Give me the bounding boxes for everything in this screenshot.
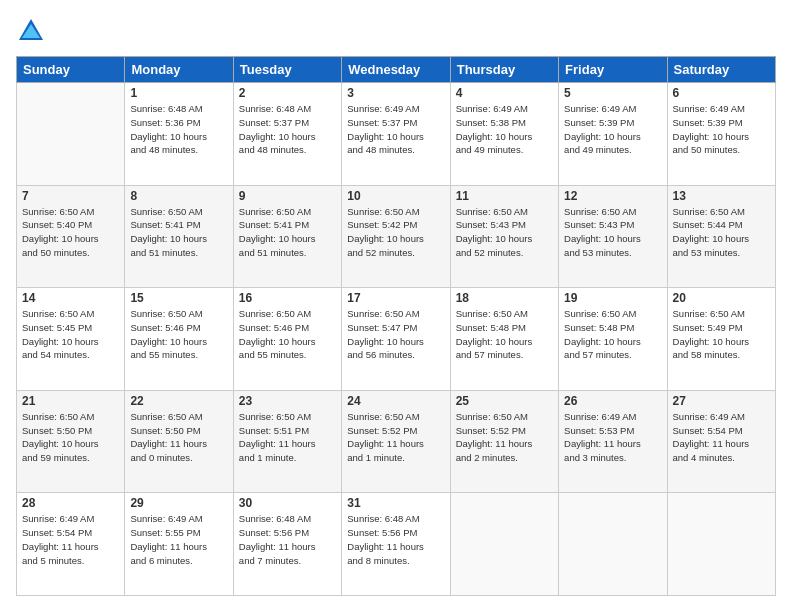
calendar-cell: 5Sunrise: 6:49 AM Sunset: 5:39 PM Daylig… [559, 83, 667, 186]
day-number: 15 [130, 291, 227, 305]
day-info: Sunrise: 6:50 AM Sunset: 5:42 PM Dayligh… [347, 205, 444, 260]
day-info: Sunrise: 6:50 AM Sunset: 5:43 PM Dayligh… [564, 205, 661, 260]
day-info: Sunrise: 6:50 AM Sunset: 5:45 PM Dayligh… [22, 307, 119, 362]
calendar-cell: 20Sunrise: 6:50 AM Sunset: 5:49 PM Dayli… [667, 288, 775, 391]
day-number: 16 [239, 291, 336, 305]
calendar-cell: 31Sunrise: 6:48 AM Sunset: 5:56 PM Dayli… [342, 493, 450, 596]
day-info: Sunrise: 6:49 AM Sunset: 5:39 PM Dayligh… [564, 102, 661, 157]
calendar-cell: 14Sunrise: 6:50 AM Sunset: 5:45 PM Dayli… [17, 288, 125, 391]
header-sunday: Sunday [17, 57, 125, 83]
header-row: SundayMondayTuesdayWednesdayThursdayFrid… [17, 57, 776, 83]
calendar-cell: 13Sunrise: 6:50 AM Sunset: 5:44 PM Dayli… [667, 185, 775, 288]
calendar-cell: 26Sunrise: 6:49 AM Sunset: 5:53 PM Dayli… [559, 390, 667, 493]
calendar-cell: 4Sunrise: 6:49 AM Sunset: 5:38 PM Daylig… [450, 83, 558, 186]
calendar-cell: 16Sunrise: 6:50 AM Sunset: 5:46 PM Dayli… [233, 288, 341, 391]
calendar-cell: 30Sunrise: 6:48 AM Sunset: 5:56 PM Dayli… [233, 493, 341, 596]
day-info: Sunrise: 6:49 AM Sunset: 5:53 PM Dayligh… [564, 410, 661, 465]
day-number: 26 [564, 394, 661, 408]
day-info: Sunrise: 6:50 AM Sunset: 5:47 PM Dayligh… [347, 307, 444, 362]
day-info: Sunrise: 6:48 AM Sunset: 5:37 PM Dayligh… [239, 102, 336, 157]
day-number: 19 [564, 291, 661, 305]
header-wednesday: Wednesday [342, 57, 450, 83]
day-number: 6 [673, 86, 770, 100]
calendar-cell [559, 493, 667, 596]
calendar-cell: 3Sunrise: 6:49 AM Sunset: 5:37 PM Daylig… [342, 83, 450, 186]
day-number: 5 [564, 86, 661, 100]
day-info: Sunrise: 6:50 AM Sunset: 5:40 PM Dayligh… [22, 205, 119, 260]
week-row-0: 1Sunrise: 6:48 AM Sunset: 5:36 PM Daylig… [17, 83, 776, 186]
header-monday: Monday [125, 57, 233, 83]
day-info: Sunrise: 6:48 AM Sunset: 5:56 PM Dayligh… [347, 512, 444, 567]
calendar-cell: 8Sunrise: 6:50 AM Sunset: 5:41 PM Daylig… [125, 185, 233, 288]
calendar-cell: 29Sunrise: 6:49 AM Sunset: 5:55 PM Dayli… [125, 493, 233, 596]
calendar-cell: 1Sunrise: 6:48 AM Sunset: 5:36 PM Daylig… [125, 83, 233, 186]
day-number: 4 [456, 86, 553, 100]
day-number: 11 [456, 189, 553, 203]
header-thursday: Thursday [450, 57, 558, 83]
calendar-cell: 28Sunrise: 6:49 AM Sunset: 5:54 PM Dayli… [17, 493, 125, 596]
calendar-cell: 18Sunrise: 6:50 AM Sunset: 5:48 PM Dayli… [450, 288, 558, 391]
day-info: Sunrise: 6:49 AM Sunset: 5:55 PM Dayligh… [130, 512, 227, 567]
day-number: 22 [130, 394, 227, 408]
calendar-cell: 19Sunrise: 6:50 AM Sunset: 5:48 PM Dayli… [559, 288, 667, 391]
day-number: 28 [22, 496, 119, 510]
day-number: 21 [22, 394, 119, 408]
day-number: 2 [239, 86, 336, 100]
day-number: 8 [130, 189, 227, 203]
day-number: 10 [347, 189, 444, 203]
calendar-cell: 2Sunrise: 6:48 AM Sunset: 5:37 PM Daylig… [233, 83, 341, 186]
week-row-1: 7Sunrise: 6:50 AM Sunset: 5:40 PM Daylig… [17, 185, 776, 288]
day-info: Sunrise: 6:49 AM Sunset: 5:54 PM Dayligh… [673, 410, 770, 465]
day-info: Sunrise: 6:50 AM Sunset: 5:44 PM Dayligh… [673, 205, 770, 260]
day-info: Sunrise: 6:49 AM Sunset: 5:37 PM Dayligh… [347, 102, 444, 157]
calendar: SundayMondayTuesdayWednesdayThursdayFrid… [16, 56, 776, 596]
day-number: 30 [239, 496, 336, 510]
week-row-4: 28Sunrise: 6:49 AM Sunset: 5:54 PM Dayli… [17, 493, 776, 596]
calendar-cell: 15Sunrise: 6:50 AM Sunset: 5:46 PM Dayli… [125, 288, 233, 391]
day-info: Sunrise: 6:49 AM Sunset: 5:39 PM Dayligh… [673, 102, 770, 157]
header [16, 16, 776, 46]
logo-icon [16, 16, 46, 46]
calendar-cell: 25Sunrise: 6:50 AM Sunset: 5:52 PM Dayli… [450, 390, 558, 493]
day-number: 17 [347, 291, 444, 305]
day-number: 27 [673, 394, 770, 408]
day-info: Sunrise: 6:50 AM Sunset: 5:48 PM Dayligh… [456, 307, 553, 362]
day-number: 13 [673, 189, 770, 203]
week-row-2: 14Sunrise: 6:50 AM Sunset: 5:45 PM Dayli… [17, 288, 776, 391]
day-info: Sunrise: 6:48 AM Sunset: 5:56 PM Dayligh… [239, 512, 336, 567]
calendar-cell: 6Sunrise: 6:49 AM Sunset: 5:39 PM Daylig… [667, 83, 775, 186]
logo [16, 16, 50, 46]
day-info: Sunrise: 6:50 AM Sunset: 5:52 PM Dayligh… [347, 410, 444, 465]
day-info: Sunrise: 6:50 AM Sunset: 5:41 PM Dayligh… [239, 205, 336, 260]
calendar-cell: 11Sunrise: 6:50 AM Sunset: 5:43 PM Dayli… [450, 185, 558, 288]
day-info: Sunrise: 6:50 AM Sunset: 5:52 PM Dayligh… [456, 410, 553, 465]
day-number: 3 [347, 86, 444, 100]
header-saturday: Saturday [667, 57, 775, 83]
day-number: 7 [22, 189, 119, 203]
day-number: 24 [347, 394, 444, 408]
day-info: Sunrise: 6:50 AM Sunset: 5:46 PM Dayligh… [239, 307, 336, 362]
calendar-cell: 27Sunrise: 6:49 AM Sunset: 5:54 PM Dayli… [667, 390, 775, 493]
page: SundayMondayTuesdayWednesdayThursdayFrid… [0, 0, 792, 612]
day-info: Sunrise: 6:50 AM Sunset: 5:43 PM Dayligh… [456, 205, 553, 260]
day-info: Sunrise: 6:50 AM Sunset: 5:48 PM Dayligh… [564, 307, 661, 362]
day-info: Sunrise: 6:50 AM Sunset: 5:49 PM Dayligh… [673, 307, 770, 362]
day-number: 18 [456, 291, 553, 305]
day-info: Sunrise: 6:50 AM Sunset: 5:50 PM Dayligh… [22, 410, 119, 465]
calendar-cell: 17Sunrise: 6:50 AM Sunset: 5:47 PM Dayli… [342, 288, 450, 391]
header-friday: Friday [559, 57, 667, 83]
day-number: 29 [130, 496, 227, 510]
day-number: 31 [347, 496, 444, 510]
day-info: Sunrise: 6:50 AM Sunset: 5:51 PM Dayligh… [239, 410, 336, 465]
day-info: Sunrise: 6:49 AM Sunset: 5:38 PM Dayligh… [456, 102, 553, 157]
calendar-cell: 21Sunrise: 6:50 AM Sunset: 5:50 PM Dayli… [17, 390, 125, 493]
day-number: 14 [22, 291, 119, 305]
day-info: Sunrise: 6:49 AM Sunset: 5:54 PM Dayligh… [22, 512, 119, 567]
day-info: Sunrise: 6:48 AM Sunset: 5:36 PM Dayligh… [130, 102, 227, 157]
week-row-3: 21Sunrise: 6:50 AM Sunset: 5:50 PM Dayli… [17, 390, 776, 493]
day-info: Sunrise: 6:50 AM Sunset: 5:46 PM Dayligh… [130, 307, 227, 362]
day-info: Sunrise: 6:50 AM Sunset: 5:41 PM Dayligh… [130, 205, 227, 260]
header-tuesday: Tuesday [233, 57, 341, 83]
day-number: 9 [239, 189, 336, 203]
calendar-cell: 10Sunrise: 6:50 AM Sunset: 5:42 PM Dayli… [342, 185, 450, 288]
